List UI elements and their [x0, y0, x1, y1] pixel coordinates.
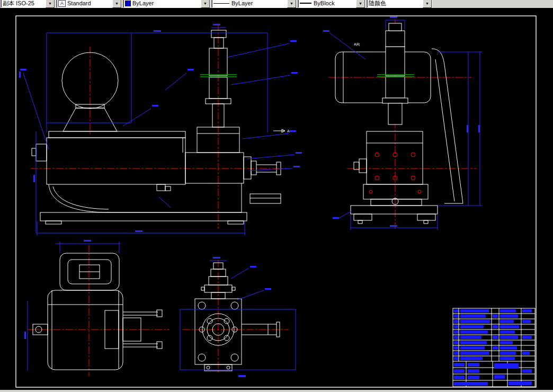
linetype-value: ByLayer — [231, 0, 286, 7]
front-view-dimensions — [19, 24, 302, 236]
chevron-down-icon[interactable]: ▼ — [201, 0, 210, 8]
flange-view — [183, 260, 289, 374]
text-style-icon: A — [58, 0, 66, 7]
lineweight-sample-icon — [300, 3, 311, 4]
top-view — [28, 245, 170, 376]
dim-style-value: 副本 ISO-25 — [3, 0, 44, 7]
text-style-combo[interactable]: A Standard ▼ — [56, 0, 122, 8]
lineweight-value: ByBlock — [314, 0, 355, 7]
color-value: ByLayer — [132, 0, 200, 7]
drawing-canvas[interactable]: A — [0, 8, 553, 390]
cad-drawing[interactable]: A — [0, 8, 553, 390]
color-combo[interactable]: ByLayer ▼ — [123, 0, 210, 8]
color-swatch — [125, 1, 131, 6]
chevron-down-icon[interactable]: ▼ — [287, 0, 296, 8]
title-block — [453, 308, 535, 387]
chevron-down-icon[interactable]: ▼ — [46, 0, 55, 8]
lineweight-combo[interactable]: ByBlock ▼ — [298, 0, 365, 8]
chevron-down-icon[interactable]: ▼ — [356, 0, 365, 8]
window-bottom-edge — [0, 390, 553, 392]
dim-style-combo[interactable]: 副本 ISO-25 ▼ — [1, 0, 55, 8]
section-label: A — [287, 129, 290, 133]
side-view: A向 — [328, 19, 477, 229]
plot-style-combo[interactable]: 随颜色 ▼ — [367, 0, 432, 8]
properties-toolbar: 副本 ISO-25 ▼ A Standard ▼ ByLayer ▼ ByLay… — [0, 0, 553, 8]
text-style-value: Standard — [67, 0, 111, 7]
chevron-down-icon[interactable]: ▼ — [423, 0, 432, 8]
linetype-sample-icon — [213, 3, 229, 4]
view-direction-label: A向 — [354, 42, 360, 46]
linetype-combo[interactable]: ByLayer ▼ — [211, 0, 297, 8]
plot-style-value: 随颜色 — [369, 0, 422, 7]
chevron-down-icon[interactable]: ▼ — [112, 0, 121, 8]
